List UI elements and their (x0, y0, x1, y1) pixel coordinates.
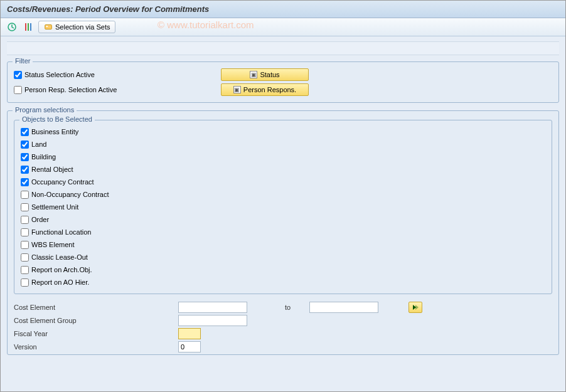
cost-element-from-input[interactable] (178, 302, 247, 313)
svg-rect-3 (30, 23, 31, 31)
cost-element-group-label: Cost Element Group (14, 317, 178, 324)
filter-group: Filter Status Selection Active ▣ Status … (7, 61, 559, 103)
cost-element-group-row: Cost Element Group (14, 314, 552, 327)
person-selection-label: Person Resp. Selection Active (24, 86, 117, 93)
object-checkbox[interactable] (21, 191, 29, 199)
object-item[interactable]: Order (21, 213, 545, 226)
object-item[interactable]: Land (21, 138, 545, 151)
cost-element-label: Cost Element (14, 304, 178, 311)
object-checkbox[interactable] (21, 266, 29, 274)
version-row: Version (14, 340, 552, 353)
sets-icon (44, 23, 53, 31)
object-checkbox[interactable] (21, 216, 29, 224)
person-button-label: Person Respons. (243, 86, 296, 93)
object-label: Building (31, 153, 56, 161)
object-item[interactable]: Report on Arch.Obj. (21, 263, 545, 276)
cost-element-to-input[interactable] (309, 302, 378, 313)
fiscal-year-label: Fiscal Year (14, 330, 178, 337)
object-checkbox[interactable] (21, 241, 29, 249)
object-label: Settlement Unit (31, 203, 78, 211)
object-checkbox[interactable] (21, 128, 29, 136)
object-item[interactable]: Occupancy Contract (21, 176, 545, 188)
object-label: Non-Occupancy Contract (31, 191, 109, 198)
objects-group-label: Objects to Be Selected (19, 115, 95, 123)
filter-row-person: Person Resp. Selection Active ▣ Person R… (14, 82, 552, 97)
object-label: Classic Lease-Out (31, 253, 88, 261)
watermark: © www.tutorialkart.com (158, 19, 254, 30)
objects-to-be-selected-group: Objects to Be Selected Business EntityLa… (14, 120, 552, 294)
object-label: Occupancy Contract (31, 178, 94, 186)
object-item[interactable]: Building (21, 151, 545, 163)
expand-icon: ▣ (250, 71, 257, 78)
object-label: WBS Element (31, 241, 74, 248)
svg-rect-4 (45, 25, 52, 29)
filter-group-label: Filter (13, 57, 33, 65)
object-checkbox[interactable] (21, 253, 29, 262)
program-group-label: Program selections (13, 106, 77, 114)
object-label: Report on Arch.Obj. (31, 266, 92, 273)
version-label: Version (14, 343, 178, 351)
svg-rect-2 (28, 23, 29, 31)
object-item[interactable]: Report on AO Hier. (21, 276, 545, 289)
object-checkbox[interactable] (21, 153, 29, 161)
collapsed-section (7, 41, 559, 55)
objects-list: Business EntityLandBuildingRental Object… (21, 125, 545, 289)
object-item[interactable]: Non-Occupancy Contract (21, 188, 545, 201)
svg-rect-1 (25, 23, 26, 31)
filter-row-status: Status Selection Active ▣ Status (14, 67, 552, 82)
object-checkbox[interactable] (21, 178, 29, 186)
object-label: Report on AO Hier. (31, 278, 89, 286)
status-button-label: Status (260, 71, 279, 78)
fiscal-year-input[interactable] (178, 328, 201, 339)
status-selection-checkbox[interactable] (14, 71, 22, 79)
variants-icon[interactable] (22, 21, 35, 33)
program-selections-group: Program selections Objects to Be Selecte… (7, 110, 559, 355)
cost-element-row: Cost Element to (14, 300, 552, 314)
object-label: Rental Object (31, 166, 73, 173)
object-label: Functional Location (31, 228, 91, 236)
object-item[interactable]: Rental Object (21, 163, 545, 176)
version-input[interactable] (178, 341, 201, 352)
selection-via-sets-button[interactable]: Selection via Sets (38, 21, 115, 33)
svg-rect-5 (46, 26, 48, 27)
person-selection-active[interactable]: Person Resp. Selection Active (14, 86, 164, 94)
object-checkbox[interactable] (21, 278, 29, 287)
to-label: to (285, 304, 291, 311)
object-checkbox[interactable] (21, 203, 29, 211)
object-checkbox[interactable] (21, 140, 29, 149)
object-checkbox[interactable] (21, 228, 29, 236)
object-label: Business Entity (31, 128, 78, 135)
status-selection-active[interactable]: Status Selection Active (14, 71, 164, 79)
multiple-selection-button[interactable] (408, 302, 422, 313)
person-selection-checkbox[interactable] (14, 86, 22, 94)
page-title: Costs/Revenues: Period Overview for Comm… (1, 1, 565, 18)
object-item[interactable]: Settlement Unit (21, 201, 545, 213)
object-label: Land (31, 140, 46, 148)
object-checkbox[interactable] (21, 166, 29, 174)
object-item[interactable]: Business Entity (21, 125, 545, 138)
execute-icon[interactable] (6, 21, 18, 33)
selection-via-sets-label: Selection via Sets (55, 23, 110, 31)
expand-icon: ▣ (233, 86, 241, 93)
object-item[interactable]: Classic Lease-Out (21, 251, 545, 263)
status-button[interactable]: ▣ Status (221, 68, 309, 81)
toolbar: Selection via Sets © www.tutorialkart.co… (1, 18, 565, 36)
content-area: Filter Status Selection Active ▣ Status … (1, 36, 565, 392)
object-item[interactable]: WBS Element (21, 238, 545, 251)
cost-element-group-input[interactable] (178, 315, 247, 326)
object-label: Order (31, 216, 49, 223)
arrow-right-icon (412, 304, 419, 310)
person-button[interactable]: ▣ Person Respons. (221, 83, 309, 96)
fiscal-year-row: Fiscal Year (14, 327, 552, 340)
status-selection-label: Status Selection Active (24, 71, 95, 78)
object-item[interactable]: Functional Location (21, 226, 545, 238)
